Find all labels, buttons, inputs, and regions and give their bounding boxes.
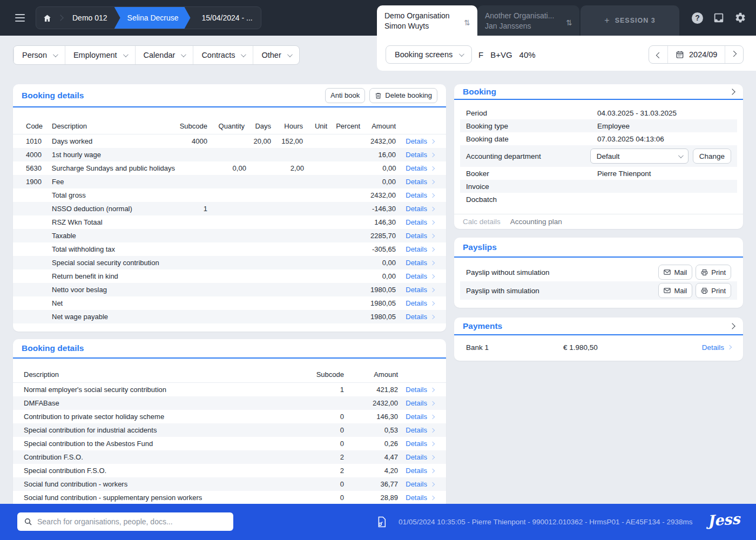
chevron-right-icon (430, 260, 435, 265)
card-title: Payslips (463, 242, 497, 252)
home-button[interactable] (36, 7, 58, 29)
booking-details-card: Booking details Anti book Delete booking… (13, 84, 446, 332)
filter-menu: Person Employment Calendar Contracts Oth… (13, 45, 300, 65)
add-session-tab[interactable]: + SESSION 3 (580, 5, 679, 36)
print-icon (701, 269, 708, 276)
details-link[interactable]: Details (406, 137, 434, 145)
details-link[interactable]: Details (406, 151, 434, 159)
table-row: Special social security contribution 0,0… (13, 256, 446, 269)
mail-button[interactable]: Mail (658, 283, 692, 298)
filter-label: Calendar (144, 51, 176, 59)
chevron-right-icon (727, 345, 732, 349)
details-link[interactable]: Details (406, 467, 434, 475)
flag-percent: 40% (519, 50, 536, 59)
filter-menu-item[interactable]: Person (14, 46, 65, 64)
accounting-plan-link[interactable]: Accounting plan (510, 218, 562, 226)
details-link[interactable]: Details (406, 399, 434, 407)
table-row: Special contribution for industrial acci… (13, 423, 446, 437)
swap-icon[interactable]: ⇅ (566, 18, 572, 27)
details-link[interactable]: Details (406, 205, 434, 213)
details-link[interactable]: Details (406, 178, 434, 186)
details-link[interactable]: Details (702, 343, 731, 352)
gear-icon[interactable] (734, 12, 746, 24)
booking-screens-dropdown[interactable]: Booking screens (386, 45, 472, 64)
details-link[interactable]: Details (406, 426, 434, 434)
org-tab-active[interactable]: Demo Organisation Simon Wuyts ⇅ (377, 5, 477, 37)
chevron-right-icon (430, 468, 435, 473)
print-button[interactable]: Print (696, 265, 731, 280)
change-button[interactable]: Change (693, 148, 731, 164)
help-icon[interactable]: ? (692, 12, 703, 24)
accounting-department-select[interactable]: Default (590, 148, 688, 164)
chevron-down-icon (459, 51, 464, 57)
bank-label: Bank 1 (466, 343, 563, 352)
details-link[interactable]: Details (406, 313, 434, 321)
breadcrumb-tab-person-active[interactable]: Selina Decruse (114, 7, 191, 29)
filter-menu-item[interactable]: Other (253, 46, 299, 64)
previous-period-button[interactable] (649, 46, 667, 63)
details-link[interactable]: Details (406, 453, 434, 461)
print-button[interactable]: Print (696, 283, 731, 298)
filter-menu-item[interactable]: Contracts (193, 46, 253, 64)
details-link[interactable]: Details (406, 218, 434, 226)
swap-icon[interactable]: ⇅ (464, 18, 470, 27)
period-button[interactable]: 2024/09 (667, 46, 725, 63)
menu-icon[interactable] (15, 14, 25, 22)
details-link[interactable]: Details (406, 164, 434, 172)
details-link[interactable]: Details (406, 232, 434, 240)
next-period-button[interactable] (725, 46, 743, 63)
details-link[interactable]: Details (406, 286, 434, 294)
filter-menu-item[interactable]: Employment (65, 46, 135, 64)
status-flags: F B+VG 40% (478, 45, 536, 64)
details-link[interactable]: Details (406, 259, 434, 267)
chevron-right-icon[interactable] (729, 89, 735, 94)
payslip-row: Payslip with simulation Mail Print (460, 281, 737, 300)
delete-booking-button[interactable]: Delete booking (369, 88, 437, 103)
anti-book-button[interactable]: Anti book (325, 88, 365, 103)
document-status-icon[interactable] (377, 516, 386, 528)
chevron-right-icon (430, 152, 435, 157)
chevron-right-icon (430, 166, 435, 170)
info-row: Invoice (460, 180, 737, 193)
bottom-bar: Search for organisations, people, docs..… (0, 504, 756, 540)
bank-row: Bank 1 € 1.980,50 Details (460, 339, 737, 356)
details-link[interactable]: Details (406, 272, 434, 280)
search-input[interactable]: Search for organisations, people, docs..… (17, 512, 233, 531)
mail-icon (664, 269, 671, 275)
breadcrumb: Demo 012 Selina Decruse 15/04/2024 - ... (36, 6, 261, 29)
breadcrumb-tab-date[interactable]: 15/04/2024 - ... (191, 7, 261, 29)
chevron-right-icon (430, 139, 435, 143)
flag-f: F (478, 50, 483, 59)
plus-icon: + (604, 16, 609, 25)
details-link[interactable]: Details (406, 299, 434, 307)
inbox-icon[interactable] (713, 12, 725, 24)
details-link[interactable]: Details (406, 191, 434, 199)
chevron-right-icon (430, 206, 435, 211)
details-link[interactable]: Details (406, 494, 434, 502)
chevron-right-icon (430, 401, 435, 405)
chevron-right-icon (430, 193, 435, 197)
chevron-right-icon[interactable] (729, 323, 735, 329)
booking-card: Booking Period04.03.2025 - 31.03.2025 Bo… (454, 84, 743, 229)
chevron-right-icon (430, 247, 435, 251)
filter-menu-item[interactable]: Calendar (135, 46, 193, 64)
org-tab-inactive[interactable]: Another Organisati... Jan Janssens ⇅ (477, 5, 579, 36)
table-row: Return benefit in kind 0,00 Details (13, 269, 446, 283)
details-link[interactable]: Details (406, 413, 434, 421)
org-name: Another Organisati... (485, 11, 572, 21)
breadcrumb-tab-demo[interactable]: Demo 012 (65, 7, 114, 29)
details-link[interactable]: Details (406, 440, 434, 448)
details-link[interactable]: Details (406, 245, 434, 253)
session-label: SESSION 3 (615, 17, 656, 24)
table-row: 1900 Fee 0,00 Details (13, 175, 446, 188)
details-link[interactable]: Details (406, 480, 434, 488)
print-icon (701, 287, 708, 294)
table-row: NSSO deduction (normal) 1 -146,30 Detail… (13, 202, 446, 215)
chevron-right-icon (430, 314, 435, 319)
breadcrumb-separator (58, 7, 65, 29)
trash-icon (375, 92, 382, 99)
details-link[interactable]: Details (406, 386, 434, 394)
mail-button[interactable]: Mail (658, 265, 692, 280)
calc-details-link[interactable]: Calc details (463, 218, 501, 226)
org-person: Simon Wuyts (384, 21, 470, 31)
